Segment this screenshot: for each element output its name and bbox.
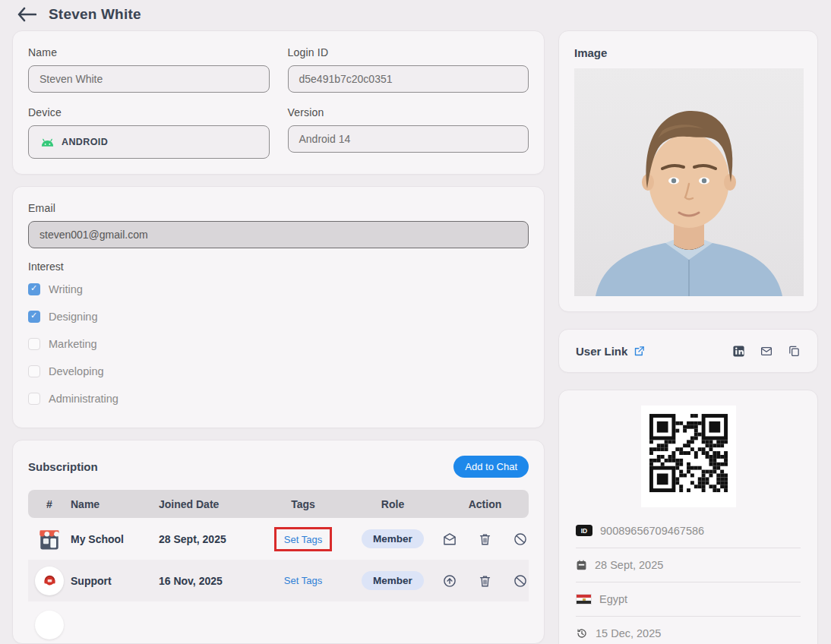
envelope-open-icon: [442, 532, 457, 547]
page-title: Steven White: [49, 6, 141, 23]
android-icon: [39, 137, 55, 147]
id-row: ID 90089656709467586: [576, 513, 801, 548]
school-storefront-icon: [35, 525, 64, 554]
version-label: Version: [288, 106, 529, 118]
row-logo-icon: [35, 611, 64, 639]
name-input[interactable]: Steven White: [28, 65, 270, 93]
arrow-left-icon: [17, 7, 36, 22]
table-row-partial: [28, 601, 529, 643]
copy-icon: [788, 344, 801, 358]
email-input[interactable]: steven001@gmail.com: [28, 221, 529, 248]
country-value: Egypt: [599, 593, 627, 605]
checkbox-designing[interactable]: Designing: [28, 303, 529, 330]
row-name: My School: [71, 533, 159, 545]
row-joined-date: 28 Sept, 2025: [159, 533, 262, 545]
ban-button[interactable]: [513, 532, 528, 547]
highlight-box: Set Tags: [274, 527, 332, 551]
checkbox-label: Administrating: [49, 393, 118, 405]
device-info-card: Name Steven White Login ID d5e491b7c20c0…: [12, 30, 545, 175]
qr-code: [641, 406, 736, 507]
svg-text:ID: ID: [581, 527, 588, 535]
copy-button[interactable]: [788, 344, 801, 358]
user-link[interactable]: User Link: [576, 345, 645, 358]
external-link-icon: [634, 346, 645, 357]
checkbox-administrating[interactable]: Administrating: [28, 385, 529, 412]
set-tags-link[interactable]: Set Tags: [284, 534, 322, 545]
id-value: 90089656709467586: [600, 525, 704, 537]
checkbox-developing[interactable]: Developing: [28, 358, 529, 385]
back-button[interactable]: [17, 7, 36, 22]
role-badge: Member: [362, 571, 424, 590]
promote-button[interactable]: [442, 573, 457, 589]
delete-button[interactable]: [478, 532, 492, 547]
role-badge: Member: [362, 529, 424, 548]
egypt-flag-icon: [576, 594, 592, 605]
table-header: # Name Joined Date Tags Role Action: [28, 490, 529, 518]
image-title: Image: [574, 46, 802, 59]
name-label: Name: [28, 46, 270, 58]
checkbox-marketing[interactable]: Marketing: [28, 330, 529, 358]
arrow-up-circle-icon: [442, 573, 457, 589]
trash-icon: [478, 573, 492, 589]
qr-card: ID 90089656709467586 28 Sept, 2025 Egypt: [558, 390, 818, 644]
subscription-card: Subscription Add to Chat # Name Joined D…: [12, 440, 545, 644]
checkbox-unchecked-icon: [28, 365, 40, 377]
column-header-tags: Tags: [262, 498, 344, 510]
mail-button[interactable]: [760, 345, 773, 358]
column-header-action: Action: [441, 498, 529, 510]
login-id-label: Login ID: [288, 46, 529, 58]
checkbox-label: Writing: [49, 283, 83, 295]
set-tags-link[interactable]: Set Tags: [284, 575, 322, 586]
column-header-index: #: [28, 498, 71, 510]
country-row: Egypt: [576, 582, 801, 616]
envelope-open-button[interactable]: [442, 532, 457, 547]
linkedin-icon: [732, 345, 745, 358]
email-label: Email: [28, 202, 529, 214]
linkedin-button[interactable]: [732, 345, 745, 358]
column-header-role: Role: [344, 498, 441, 510]
checkbox-unchecked-icon: [28, 393, 40, 405]
ban-icon: [513, 573, 528, 589]
checkbox-label: Marketing: [49, 338, 97, 350]
device-display[interactable]: ANDROID: [28, 125, 270, 159]
checkbox-label: Designing: [49, 311, 98, 323]
device-label: Device: [28, 106, 270, 118]
checkbox-writing[interactable]: Writing: [28, 276, 529, 303]
user-link-title: User Link: [576, 345, 627, 358]
calendar-icon: [576, 559, 587, 571]
delete-button[interactable]: [478, 573, 492, 589]
subscription-title: Subscription: [28, 460, 98, 473]
trash-icon: [478, 532, 492, 547]
column-header-joined: Joined Date: [159, 498, 262, 510]
row-joined-date: 16 Nov, 2025: [159, 575, 262, 587]
device-value: ANDROID: [62, 137, 108, 147]
login-id-input[interactable]: d5e491b7c20c0351: [288, 65, 529, 93]
image-card: Image: [558, 30, 818, 312]
column-header-name: Name: [71, 498, 159, 510]
expiry-value: 15 Dec, 2025: [596, 627, 661, 639]
history-clock-icon: [576, 627, 588, 639]
profile-photo: [574, 68, 804, 296]
mail-icon: [760, 345, 773, 358]
checkbox-checked-icon: [28, 283, 40, 295]
date-value: 28 Sept, 2025: [595, 559, 663, 571]
checkbox-checked-icon: [28, 311, 40, 323]
table-row-my-school: My School 28 Sept, 2025 Set Tags Member: [28, 518, 529, 560]
ban-button[interactable]: [513, 573, 528, 589]
checkbox-label: Developing: [49, 365, 104, 377]
table-row-support: Support 16 Nov, 2025 Set Tags Member: [28, 560, 529, 601]
email-interest-card: Email steven001@gmail.com Interest Writi…: [12, 186, 545, 428]
date-row: 28 Sept, 2025: [576, 548, 801, 582]
support-logo-icon: [35, 567, 64, 595]
expiry-row: 15 Dec, 2025: [576, 616, 801, 644]
ban-icon: [513, 532, 528, 547]
id-badge-icon: ID: [576, 525, 592, 536]
version-input[interactable]: Android 14: [288, 125, 529, 153]
row-name: Support: [71, 575, 159, 587]
checkbox-unchecked-icon: [28, 338, 40, 350]
page-header: Steven White: [0, 0, 831, 30]
add-to-chat-button[interactable]: Add to Chat: [453, 456, 529, 478]
interest-label: Interest: [28, 260, 529, 273]
user-link-card: User Link: [558, 329, 818, 373]
